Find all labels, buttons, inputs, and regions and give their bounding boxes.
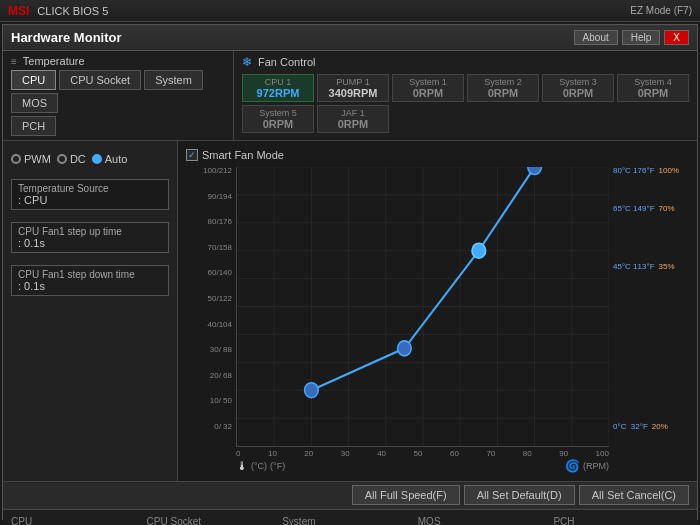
temp-icon: ≡ — [11, 56, 17, 67]
cpu-socket-temp: CPU Socket 37°C 98°F — [147, 516, 283, 525]
system2-rpm: System 2 0RPM — [467, 74, 539, 102]
smart-fan-title: Smart Fan Mode — [202, 149, 284, 161]
svg-point-23 — [528, 167, 542, 175]
unit-rpm: (RPM) — [583, 461, 609, 471]
app-title: CLICK BIOS 5 — [37, 5, 108, 17]
help-button[interactable]: Help — [622, 30, 661, 45]
temp-source-box: Temperature Source : CPU — [11, 179, 169, 210]
smart-fan-checkbox[interactable] — [186, 149, 198, 161]
step-down-value: : 0.1s — [18, 280, 162, 292]
chart-inner — [236, 167, 609, 447]
action-bar: All Full Speed(F) All Set Default(D) All… — [3, 481, 697, 509]
fan-rpm-row-2: System 5 0RPM JAF 1 0RPM — [242, 105, 689, 133]
dc-radio-circle — [57, 154, 67, 164]
system-temp: System 44°C 111°F — [282, 516, 418, 525]
pwm-radio[interactable]: PWM — [11, 153, 51, 165]
jaf1-rpm: JAF 1 0RPM — [317, 105, 389, 133]
mos-temp: MOS 45°C 113°F — [418, 516, 554, 525]
set-default-button[interactable]: All Set Default(D) — [464, 485, 575, 505]
cpu1-rpm: CPU 1 972RPM — [242, 74, 314, 102]
step-up-label: CPU Fan1 step up time — [18, 226, 162, 237]
temp-source-label: Temperature Source — [18, 183, 162, 194]
cpu-socket-tab[interactable]: CPU Socket — [59, 70, 141, 90]
step-down-box: CPU Fan1 step down time : 0.1s — [11, 265, 169, 296]
unit-c: (°C) — [251, 461, 267, 471]
pch-temp: PCH 51°C 123°F — [553, 516, 689, 525]
unit-f: (°F) — [270, 461, 285, 471]
system3-rpm: System 3 0RPM — [542, 74, 614, 102]
mos-tab[interactable]: MOS — [11, 93, 58, 113]
pwm-label: PWM — [24, 153, 51, 165]
cpu-tab[interactable]: CPU — [11, 70, 56, 90]
dc-radio[interactable]: DC — [57, 153, 86, 165]
y-labels-right: 80°C 176°F100% 65°C 149°F70% 45°C 113°F3… — [609, 167, 689, 447]
title-bar: MSI CLICK BIOS 5 EZ Mode (F7) — [0, 0, 700, 22]
temperature-tab-label[interactable]: Temperature — [23, 55, 85, 67]
content-area: PWM DC Auto Temperature Source : CPU — [3, 141, 697, 481]
pwm-radio-circle — [11, 154, 21, 164]
system-tab[interactable]: System — [144, 70, 203, 90]
chart-bottom: 🌡 (°C) (°F) 🌀 (RPM) — [236, 459, 609, 473]
ez-mode-label: EZ Mode (F7) — [630, 5, 692, 16]
system1-rpm: System 1 0RPM — [392, 74, 464, 102]
set-cancel-button[interactable]: All Set Cancel(C) — [579, 485, 689, 505]
pump1-rpm: PUMP 1 3409RPM — [317, 74, 389, 102]
system4-rpm: System 4 0RPM — [617, 74, 689, 102]
close-button[interactable]: X — [664, 30, 689, 45]
window-header: Hardware Monitor About Help X — [3, 25, 697, 51]
auto-radio[interactable]: Auto — [92, 153, 128, 165]
mode-radio-group: PWM DC Auto — [11, 153, 169, 165]
temp-row: CPU 35°C 95°F CPU Socket 37°C 98°F Syste… — [3, 510, 697, 525]
fan-rpm-row-1: CPU 1 972RPM PUMP 1 3409RPM System 1 0RP… — [242, 74, 689, 102]
chart-container: 100/212 90/194 80/176 70/158 60/140 50/1… — [186, 167, 689, 447]
msi-logo: MSI — [8, 4, 29, 18]
svg-point-22 — [472, 243, 486, 258]
svg-point-21 — [398, 341, 412, 356]
step-down-label: CPU Fan1 step down time — [18, 269, 162, 280]
full-speed-button[interactable]: All Full Speed(F) — [352, 485, 460, 505]
step-up-box: CPU Fan1 step up time : 0.1s — [11, 222, 169, 253]
main-window: Hardware Monitor About Help X ≡ Temperat… — [2, 24, 698, 520]
bottom-section: CPU 35°C 95°F CPU Socket 37°C 98°F Syste… — [3, 509, 697, 525]
temp-source-value: : CPU — [18, 194, 162, 206]
about-button[interactable]: About — [574, 30, 618, 45]
dc-label: DC — [70, 153, 86, 165]
pch-tab[interactable]: PCH — [11, 116, 56, 136]
window-title: Hardware Monitor — [11, 30, 122, 45]
smart-fan-header: Smart Fan Mode — [186, 149, 689, 161]
svg-point-20 — [305, 383, 319, 398]
auto-label: Auto — [105, 153, 128, 165]
chart-panel: Smart Fan Mode 100/212 90/194 80/176 70/… — [178, 141, 697, 481]
step-up-value: : 0.1s — [18, 237, 162, 249]
left-panel: PWM DC Auto Temperature Source : CPU — [3, 141, 178, 481]
auto-radio-circle — [92, 154, 102, 164]
fan-control-icon: ❄ — [242, 55, 252, 69]
fan-control-label: Fan Control — [258, 56, 315, 68]
system5-rpm: System 5 0RPM — [242, 105, 314, 133]
thermometer-icon: 🌡 — [236, 459, 248, 473]
x-labels: 0 10 20 30 40 50 60 70 80 90 100 — [236, 447, 609, 458]
fan-rpm-icon: 🌀 — [565, 459, 580, 473]
y-labels-left: 100/212 90/194 80/176 70/158 60/140 50/1… — [186, 167, 236, 447]
window-controls: About Help X — [574, 30, 689, 45]
cpu-temp: CPU 35°C 95°F — [11, 516, 147, 525]
chart-svg — [237, 167, 609, 446]
